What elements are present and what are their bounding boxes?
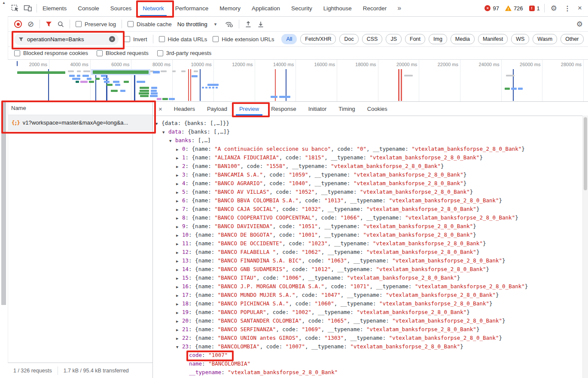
clear-filter-icon[interactable]: × <box>109 36 115 42</box>
hide-data-urls-checkbox-box[interactable] <box>159 36 165 42</box>
filter-chip-fetch-xhr[interactable]: Fetch/XHR <box>300 34 336 44</box>
detail-tab-payload[interactable]: Payload <box>201 102 233 116</box>
detail-tab-initiator[interactable]: Initiator <box>302 102 333 116</box>
kebab-menu-icon[interactable]: ⋮ <box>564 4 571 12</box>
tree-row[interactable]: ▶9: {name: "BANCO DAVIVIENDA", code: "10… <box>153 222 588 231</box>
tree-row[interactable]: ▶22: {name: "BANCO UNION antes GIROS", c… <box>153 334 588 342</box>
filter-chip-other[interactable]: Other <box>561 34 583 44</box>
expander-icon[interactable]: ▼ <box>176 343 182 351</box>
detail-tab-timing[interactable]: Timing <box>332 102 361 116</box>
detail-tab-cookies[interactable]: Cookies <box>361 102 393 116</box>
tree-row[interactable]: ▼data: {banks: [,…]} <box>153 128 588 136</box>
expander-icon[interactable]: ▶ <box>176 274 182 283</box>
expander-icon[interactable]: ▶ <box>176 145 182 154</box>
blocked-requests-checkbox-box[interactable] <box>97 50 103 56</box>
filter-chip-all[interactable]: All <box>281 34 297 44</box>
expander-icon[interactable]: ▶ <box>176 214 182 223</box>
third-party-requests-checkbox[interactable]: 3rd-party requests <box>157 50 212 56</box>
tree-row[interactable]: ▶10: {name: "BANCO DE BOGOTA", code: "10… <box>153 231 588 239</box>
tree-row[interactable]: ▶13: {name: "BANCO FINANDINA S.A. BIC", … <box>153 256 588 265</box>
devtools-tab-console[interactable]: Console <box>72 0 105 16</box>
network-filter-input[interactable]: operationName=Banks × <box>14 34 119 45</box>
expander-icon[interactable]: ▶ <box>176 171 182 180</box>
filter-chip-ws[interactable]: WS <box>511 34 529 44</box>
blocked-requests-checkbox[interactable]: Blocked requests <box>97 50 149 56</box>
export-har-icon[interactable] <box>257 21 264 28</box>
tree-row[interactable]: ▶0: {name: "A continuación seleccione su… <box>153 145 588 153</box>
preserve-log-checkbox-box[interactable] <box>76 21 82 27</box>
invert-checkbox[interactable]: Invert <box>124 36 147 43</box>
filter-chip-css[interactable]: CSS <box>362 34 383 44</box>
tree-row[interactable]: ▶14: {name: "BANCO GNB SUDAMERIS", code:… <box>153 265 588 274</box>
expander-icon[interactable]: ▶ <box>176 300 182 308</box>
request-row[interactable]: {;} v1?workspace=master&maxAge=long&a... <box>8 115 152 131</box>
expander-icon[interactable]: ▶ <box>176 162 182 171</box>
expander-icon[interactable]: ▶ <box>176 334 182 343</box>
search-icon[interactable] <box>58 21 64 27</box>
inspect-element-icon[interactable] <box>11 4 19 12</box>
filter-chip-img[interactable]: Img <box>429 34 447 44</box>
third-party-requests-checkbox-box[interactable] <box>157 50 163 56</box>
devtools-tab-network[interactable]: Network <box>137 0 170 16</box>
tree-row[interactable]: ▶15: {name: "BANCO ITAU", code: "1006", … <box>153 274 588 282</box>
invert-checkbox-box[interactable] <box>124 36 130 42</box>
expander-icon[interactable]: ▶ <box>176 257 182 265</box>
blocked-response-cookies-checkbox-box[interactable] <box>14 50 20 56</box>
issues-count-badge[interactable]: ! 1 <box>529 5 540 12</box>
filter-chip-wasm[interactable]: Wasm <box>533 34 557 44</box>
expander-icon[interactable]: ▶ <box>176 240 182 248</box>
tree-row[interactable]: ▶5: {name: "BANCO AV VILLAS", code: "105… <box>153 188 588 196</box>
expander-icon[interactable]: ▶ <box>176 231 182 240</box>
tree-row[interactable]: ▶8: {name: "BANCO COOPERATIVO COOPCENTRA… <box>153 213 588 222</box>
expander-icon[interactable]: ▶ <box>176 248 182 257</box>
expander-icon[interactable]: ▶ <box>176 223 182 231</box>
preserve-log-checkbox[interactable]: Preserve log <box>76 21 116 27</box>
tree-row[interactable]: ▶4: {name: "BANCO AGRARIO", code: "1040"… <box>153 179 588 188</box>
devtools-tab-application[interactable]: Application <box>246 0 286 16</box>
filter-chip-media[interactable]: Media <box>451 34 475 44</box>
filter-chip-js[interactable]: JS <box>386 34 402 44</box>
disable-cache-checkbox[interactable]: Disable cache <box>128 21 172 27</box>
warning-count-badge[interactable]: ! 726 <box>505 5 523 12</box>
import-har-icon[interactable] <box>245 21 252 28</box>
details-scrollbar-thumb[interactable] <box>584 117 587 190</box>
expander-icon[interactable]: ▶ <box>176 180 182 188</box>
clear-network-log-icon[interactable]: ⊘ <box>27 21 34 27</box>
detail-tab-preview[interactable]: Preview <box>233 102 265 116</box>
tree-row[interactable]: ▼23: {name: "BANCOLOMBIA", code: "1007",… <box>153 342 588 351</box>
close-devtools-icon[interactable]: × <box>578 4 582 12</box>
throttling-select[interactable]: No throttling ▾ <box>177 21 217 27</box>
tree-row[interactable]: code: "1007" <box>153 351 588 360</box>
device-toolbar-icon[interactable] <box>24 4 32 12</box>
network-settings-gear-icon[interactable]: ⚙ <box>576 20 588 29</box>
devtools-tab-performance[interactable]: Performance <box>170 0 214 16</box>
scrollbar-up-arrow-icon[interactable]: ▲ <box>2 1 6 5</box>
tree-row[interactable]: __typename: "vtexlatam_banksforpse_2_8_0… <box>153 368 588 377</box>
close-details-icon[interactable]: × <box>153 105 168 113</box>
devtools-tab-security[interactable]: Security <box>286 0 318 16</box>
tree-row[interactable]: ▶12: {name: "BANCO FALABELLA ", code: "1… <box>153 248 588 256</box>
detail-tab-response[interactable]: Response <box>265 102 302 116</box>
page-scrollbar-thumb[interactable] <box>1 101 6 305</box>
more-tabs-icon[interactable]: » <box>392 4 406 12</box>
tree-row[interactable]: ▼banks: [,…] <box>153 136 588 145</box>
expander-icon[interactable]: ▶ <box>176 317 182 326</box>
tree-row[interactable]: ▶7: {name: "BANCO CAJA SOCIAL", code: "1… <box>153 205 588 213</box>
tree-row[interactable]: ▶2: {name: "BAN100", code: "1558", __typ… <box>153 162 588 171</box>
tree-row[interactable]: ▶18: {name: "BANCO PICHINCHA S.A.", code… <box>153 299 588 308</box>
filter-chip-manifest[interactable]: Manifest <box>478 34 508 44</box>
filter-chip-font[interactable]: Font <box>405 34 425 44</box>
expander-icon[interactable]: ▶ <box>176 205 182 214</box>
expander-icon[interactable]: ▶ <box>176 326 182 334</box>
tree-row[interactable]: ▶6: {name: "BANCO BBVA COLOMBIA S.A.", c… <box>153 196 588 205</box>
record-network-log-button[interactable] <box>14 20 22 28</box>
error-count-badge[interactable]: × 97 <box>484 5 499 12</box>
filter-chip-doc[interactable]: Doc <box>339 34 358 44</box>
devtools-tab-elements[interactable]: Elements <box>37 0 72 16</box>
detail-tab-headers[interactable]: Headers <box>168 102 201 116</box>
hide-data-urls-checkbox[interactable]: Hide data URLs <box>159 36 207 43</box>
devtools-tab-recorder[interactable]: Recorder <box>357 0 393 16</box>
settings-gear-icon[interactable]: ⚙ <box>551 4 557 13</box>
tree-row[interactable]: ▶16: {name: "BANCO J.P. MORGAN COLOMBIA … <box>153 282 588 291</box>
expander-icon[interactable]: ▶ <box>176 197 182 205</box>
